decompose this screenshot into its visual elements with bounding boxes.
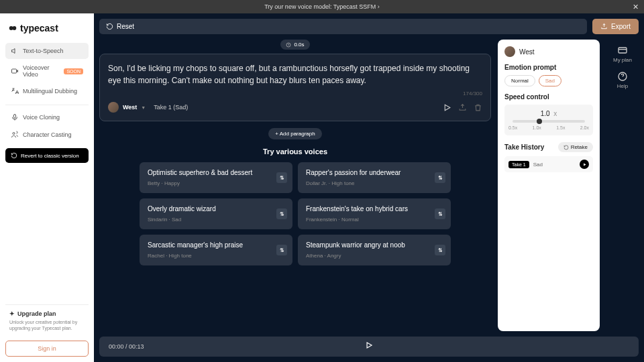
voice-avatar <box>504 46 515 57</box>
clock-icon <box>286 42 291 48</box>
logo-icon <box>8 23 17 33</box>
voices-heading: Try various voices <box>99 147 491 156</box>
close-icon[interactable]: ✕ <box>633 3 639 11</box>
video-icon <box>11 67 19 75</box>
voice-avatar <box>108 102 119 113</box>
text-input[interactable]: Son, I'd be licking my chops to square o… <box>108 62 482 86</box>
brand-name: typecast <box>20 23 58 34</box>
speed-title: Speed control <box>504 93 593 101</box>
voice-card[interactable]: Optimistic superhero & bad dessertBetty … <box>140 162 292 193</box>
swap-icon[interactable]: ⇅ <box>276 172 287 183</box>
emotion-sad[interactable]: Sad <box>539 75 561 86</box>
my-plan-button[interactable]: My plan <box>613 45 632 63</box>
banner-arrow: › <box>378 3 380 10</box>
settings-panel: West Emotion prompt Normal Sad Speed con… <box>498 40 600 331</box>
sidebar: typecast Text-to-Speech Voiceover Video … <box>0 13 94 362</box>
svg-rect-6 <box>619 48 627 53</box>
help-icon <box>617 71 628 82</box>
users-icon <box>11 131 19 139</box>
sparkle-icon: ✦ <box>9 310 15 317</box>
swap-icon[interactable]: ⇅ <box>276 245 287 255</box>
export-icon <box>600 23 608 30</box>
signin-button[interactable]: Sign in <box>5 341 89 357</box>
help-button[interactable]: Help <box>617 71 628 89</box>
panel-voice-row[interactable]: West <box>504 46 593 57</box>
speed-slider[interactable] <box>513 120 585 123</box>
chevron-down-icon: ▼ <box>141 105 146 110</box>
nav-voice-cloning[interactable]: Voice Cloning <box>5 109 89 125</box>
svg-point-1 <box>12 26 16 30</box>
playbar: 00:00 / 00:13 <box>99 337 639 357</box>
promo-banner[interactable]: Try our new voice model: Typecast SSFM ›… <box>0 0 644 13</box>
voice-card[interactable]: Overly dramatic wizardSindarin · Sad⇅ <box>140 198 292 229</box>
voice-card[interactable]: Steampunk warrior angry at noobAthena · … <box>298 235 451 265</box>
banner-text: Try our new voice model: Typecast SSFM <box>264 3 376 10</box>
voice-card[interactable]: Sarcastic manager's high praiseRachel · … <box>140 235 292 265</box>
speed-value: 1.0 x <box>508 110 589 117</box>
voices-grid: Optimistic superhero & bad dessertBetty … <box>99 162 491 265</box>
nav-text-to-speech[interactable]: Text-to-Speech <box>5 43 89 59</box>
export-button[interactable]: Export <box>592 19 639 34</box>
slider-knob[interactable] <box>537 119 542 124</box>
swap-icon[interactable]: ⇅ <box>435 172 445 183</box>
nav-character-casting[interactable]: Character Casting <box>5 127 89 143</box>
play-icon <box>364 341 374 350</box>
card-icon <box>617 45 628 56</box>
voice-card[interactable]: Rapper's passion for underwearDollar Jr.… <box>298 162 451 193</box>
retake-icon <box>564 145 569 150</box>
main-content: Reset Export 0.0s Son, I'd be licking my… <box>94 13 644 362</box>
play-icon <box>582 162 587 167</box>
retake-button[interactable]: Retake <box>558 142 593 152</box>
brand-logo[interactable]: typecast <box>5 19 89 38</box>
take-badge: Take 1 <box>508 161 529 168</box>
mic-icon <box>11 113 19 121</box>
swap-icon[interactable]: ⇅ <box>435 245 445 255</box>
reset-icon <box>106 23 113 30</box>
svg-point-4 <box>13 133 15 135</box>
soon-badge: SOON <box>64 68 83 74</box>
divider <box>5 105 89 105</box>
voice-selector[interactable]: West <box>123 104 137 111</box>
svg-rect-2 <box>12 69 17 73</box>
speaker-icon <box>11 47 19 55</box>
history-title: Take History <box>504 143 544 151</box>
take-play-button[interactable] <box>580 160 589 169</box>
play-button[interactable] <box>364 341 374 353</box>
nav-voiceover-video[interactable]: Voiceover Video SOON <box>5 60 89 82</box>
take-history-item[interactable]: Take 1 Sad <box>504 156 593 172</box>
add-paragraph-button[interactable]: + Add paragraph <box>268 128 321 139</box>
emotion-normal[interactable]: Normal <box>504 75 535 86</box>
playbar-time: 00:00 / 00:13 <box>109 343 144 350</box>
duration-pill: 0.0s <box>280 40 309 50</box>
translate-icon <box>11 87 19 95</box>
revert-button[interactable]: Revert to classic version <box>5 148 89 163</box>
text-editor-card: Son, I'd be licking my chops to square o… <box>99 54 491 121</box>
svg-rect-3 <box>14 115 16 119</box>
play-icon[interactable] <box>443 103 451 112</box>
upgrade-card[interactable]: ✦Upgrade plan Unlock your creative poten… <box>5 304 89 337</box>
nav-multilingual-dubbing[interactable]: Multilingual Dubbing <box>5 83 89 99</box>
reset-button[interactable]: Reset <box>99 19 587 34</box>
trash-icon[interactable] <box>474 103 482 112</box>
char-count: 174/300 <box>108 90 482 97</box>
swap-icon[interactable]: ⇅ <box>435 208 445 219</box>
swap-icon[interactable]: ⇅ <box>276 208 287 219</box>
voice-card[interactable]: Frankenstein's take on hybrid carsFranke… <box>298 198 451 229</box>
share-icon[interactable] <box>458 103 467 112</box>
take-label: Take 1 (Sad) <box>154 104 188 111</box>
emotion-title: Emotion prompt <box>504 64 593 71</box>
right-icon-column: My plan Help <box>606 40 639 331</box>
undo-icon <box>11 152 17 159</box>
